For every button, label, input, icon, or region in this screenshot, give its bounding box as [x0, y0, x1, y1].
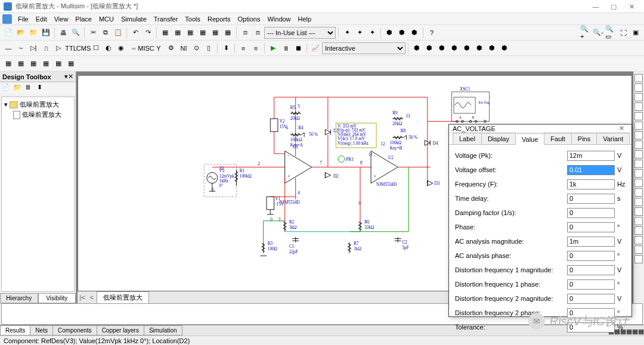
cut-icon[interactable]: ✂: [87, 27, 99, 39]
view-icon[interactable]: ▦: [15, 58, 27, 70]
menu-simulate[interactable]: Simulate: [117, 14, 150, 24]
misc-icon[interactable]: MISC: [140, 42, 152, 54]
indicator-icon[interactable]: ◉: [115, 42, 127, 54]
instrument-icon[interactable]: [634, 150, 643, 158]
tool-icon[interactable]: ⬢: [396, 27, 408, 39]
instrument-icon[interactable]: [634, 217, 643, 225]
redo-icon[interactable]: ↷: [142, 27, 154, 39]
open-icon[interactable]: 📂: [15, 27, 27, 39]
panel-close-icon[interactable]: ✕: [68, 73, 73, 80]
project-tree[interactable]: ▾低噪前置放大 低噪前置放大: [1, 97, 75, 292]
open-sample-icon[interactable]: 📁: [27, 27, 39, 39]
rf-icon[interactable]: Y: [153, 42, 165, 54]
tab-display[interactable]: Display: [481, 133, 516, 144]
instrument-icon[interactable]: [634, 93, 643, 101]
misc-dig-icon[interactable]: ☐: [90, 42, 102, 54]
menu-place[interactable]: Place: [72, 14, 95, 24]
hierarchy-icon[interactable]: ⬍: [220, 42, 232, 54]
dt-tool-icon[interactable]: 📁: [13, 83, 24, 94]
field-input[interactable]: [567, 179, 615, 189]
toggle-3-icon[interactable]: ▦: [184, 27, 196, 39]
zoom-out-icon[interactable]: 🔍-: [592, 27, 604, 39]
component-icon[interactable]: ⧈: [252, 27, 264, 39]
sheet-nav-prev-icon[interactable]: <: [87, 294, 97, 301]
instrument-icon[interactable]: [634, 236, 643, 244]
dialog-close-icon[interactable]: ✕: [615, 125, 628, 132]
minimize-button[interactable]: —: [587, 1, 605, 12]
tool-icon[interactable]: ⬢: [423, 42, 435, 54]
instrument-icon[interactable]: [634, 207, 643, 216]
bus-icon[interactable]: ≡: [250, 42, 262, 54]
transistor-part-icon[interactable]: ⎍: [40, 42, 52, 54]
tab-fault[interactable]: Fault: [544, 133, 571, 144]
close-button[interactable]: ✕: [623, 1, 640, 12]
menu-edit[interactable]: Edit: [32, 14, 51, 24]
field-input[interactable]: [567, 322, 615, 332]
view-icon[interactable]: ▦: [40, 58, 52, 70]
instrument-icon[interactable]: [634, 198, 643, 206]
field-input[interactable]: [567, 251, 615, 261]
tool-icon[interactable]: ✦: [341, 27, 353, 39]
field-input[interactable]: [567, 279, 615, 290]
field-input[interactable]: [567, 294, 615, 304]
instrument-icon[interactable]: [634, 131, 643, 139]
tool-icon[interactable]: ✦: [366, 27, 378, 39]
analysis-icon[interactable]: 📈: [309, 42, 321, 54]
tab-copper-layers[interactable]: Copper layers: [97, 325, 144, 335]
instrument-icon[interactable]: [634, 188, 643, 197]
pause-icon[interactable]: ⏸: [280, 42, 292, 54]
print-preview-icon[interactable]: 🔍: [70, 27, 82, 39]
menu-reports[interactable]: Reports: [204, 14, 234, 24]
instrument-icon[interactable]: [634, 179, 643, 187]
instrument-icon[interactable]: [634, 102, 643, 111]
field-input[interactable]: [567, 308, 615, 318]
tool-icon[interactable]: ⬢: [408, 27, 420, 39]
dt-tool-icon[interactable]: ⬍: [37, 83, 48, 94]
tab-label[interactable]: Label: [453, 133, 482, 144]
tool-icon[interactable]: ⬢: [448, 42, 460, 54]
analog-part-icon[interactable]: ▷: [52, 42, 64, 54]
in-use-list-dropdown[interactable]: --- In-Use List ---: [264, 27, 336, 39]
tab-simulation[interactable]: Simulation: [144, 325, 182, 335]
field-input[interactable]: [567, 222, 615, 232]
menu-file[interactable]: File: [14, 14, 32, 24]
tab-components[interactable]: Components: [52, 325, 97, 335]
toggle-5-icon[interactable]: ▦: [209, 27, 221, 39]
maximize-button[interactable]: ▢: [605, 1, 623, 12]
tab-results[interactable]: Results: [0, 325, 30, 335]
zoom-in-icon[interactable]: 🔍+: [580, 27, 592, 39]
menu-help[interactable]: Help: [295, 14, 315, 24]
fullscreen-icon[interactable]: ▣: [630, 27, 642, 39]
tool-icon[interactable]: ⬢: [411, 42, 423, 54]
mdi-system-icon[interactable]: [2, 14, 12, 24]
ttl-part-icon[interactable]: TTL: [65, 42, 77, 54]
toggle-4-icon[interactable]: ▦: [197, 27, 209, 39]
menu-tools[interactable]: Tools: [181, 14, 204, 24]
tab-hierarchy[interactable]: Hierarchy: [0, 293, 38, 303]
instrument-icon[interactable]: [634, 255, 643, 263]
instrument-icon[interactable]: [634, 160, 643, 168]
ni-icon[interactable]: NI: [178, 42, 190, 54]
instrument-icon[interactable]: [634, 112, 643, 120]
bus-icon[interactable]: ≡: [237, 42, 249, 54]
diode-part-icon[interactable]: ▷|: [27, 42, 39, 54]
tab-nets[interactable]: Nets: [30, 325, 53, 335]
zoom-fit-icon[interactable]: ⛶: [617, 27, 629, 39]
toggle-1-icon[interactable]: ▦: [159, 27, 171, 39]
elec-mech-icon[interactable]: ⚙: [165, 42, 177, 54]
undo-icon[interactable]: ↶: [129, 27, 141, 39]
menu-view[interactable]: View: [51, 14, 72, 24]
instrument-icon[interactable]: [634, 83, 643, 92]
dt-tool-icon[interactable]: 📄: [1, 83, 12, 94]
connector-icon[interactable]: ⊙: [190, 42, 202, 54]
view-icon[interactable]: ▦: [2, 58, 14, 70]
instrument-icon[interactable]: [634, 122, 643, 130]
tab-pins[interactable]: Pins: [571, 133, 597, 144]
new-icon[interactable]: 📄: [2, 27, 14, 39]
menu-window[interactable]: Window: [264, 14, 294, 24]
stop-icon[interactable]: ◼: [292, 42, 304, 54]
mixed-icon[interactable]: ◐: [103, 42, 114, 54]
mcu-icon[interactable]: ▯: [203, 42, 215, 54]
tool-icon[interactable]: ⬢: [473, 42, 485, 54]
menu-transfer[interactable]: Transfer: [150, 14, 182, 24]
